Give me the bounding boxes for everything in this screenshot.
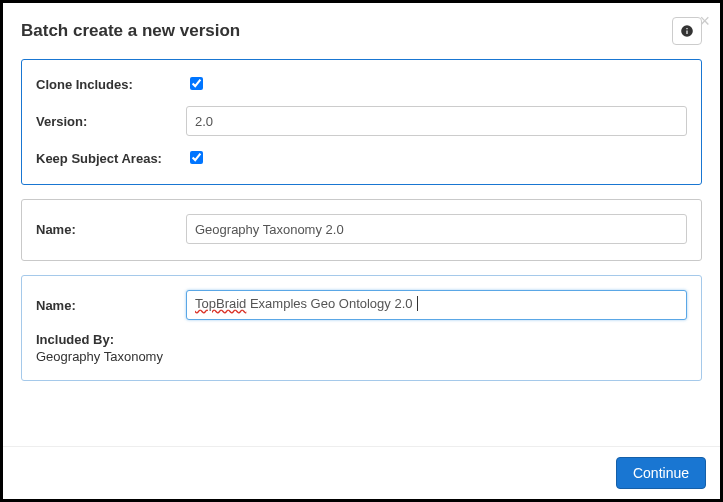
input-version[interactable] (186, 106, 687, 136)
row-name-1: Name: (36, 214, 687, 244)
input-name-2[interactable] (186, 290, 687, 320)
input-name-1[interactable] (186, 214, 687, 244)
value-included-by: Geography Taxonomy (36, 349, 687, 364)
row-clone-includes: Clone Includes: (36, 74, 687, 94)
modal-dialog: × Batch create a new version Clone Inclu… (0, 0, 723, 502)
close-icon[interactable]: × (699, 11, 710, 32)
modal-title: Batch create a new version (21, 21, 240, 41)
row-name-2: Name: TopBraid Examples Geo Ontology 2.0 (36, 290, 687, 320)
label-keep-subject-areas: Keep Subject Areas: (36, 151, 186, 166)
included-by-block: Included By: Geography Taxonomy (36, 332, 687, 364)
modal-footer: Continue (3, 446, 720, 499)
label-included-by: Included By: (36, 332, 687, 347)
continue-button[interactable]: Continue (616, 457, 706, 489)
modal-body: Clone Includes: Version: Keep Subject Ar… (3, 55, 720, 411)
row-keep-subject-areas: Keep Subject Areas: (36, 148, 687, 168)
info-icon (680, 24, 694, 38)
row-version: Version: (36, 106, 687, 136)
checkbox-keep-subject-areas[interactable] (190, 151, 203, 164)
checkbox-clone-includes[interactable] (190, 77, 203, 90)
name-panel-1: Name: (21, 199, 702, 261)
modal-header: Batch create a new version (3, 3, 720, 55)
label-version: Version: (36, 114, 186, 129)
label-clone-includes: Clone Includes: (36, 77, 186, 92)
info-button[interactable] (672, 17, 702, 45)
name-panel-2: Name: TopBraid Examples Geo Ontology 2.0… (21, 275, 702, 381)
label-name-2: Name: (36, 298, 186, 313)
label-name-1: Name: (36, 222, 186, 237)
settings-panel: Clone Includes: Version: Keep Subject Ar… (21, 59, 702, 185)
